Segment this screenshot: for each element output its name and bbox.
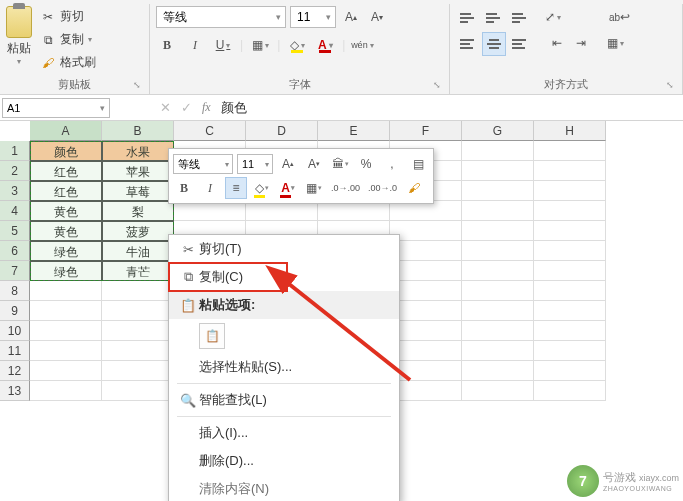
cell[interactable] (390, 241, 462, 261)
cell[interactable] (390, 341, 462, 361)
cell[interactable]: 牛油 (102, 241, 174, 261)
mini-align-center[interactable]: ≡ (225, 177, 247, 199)
cell[interactable] (462, 281, 534, 301)
cell[interactable] (390, 221, 462, 241)
align-center-button[interactable] (482, 32, 506, 56)
column-header[interactable]: E (318, 121, 390, 141)
clipboard-launcher-icon[interactable]: ⤡ (131, 80, 143, 92)
mini-border[interactable]: ▦ (303, 177, 325, 199)
menu-insert[interactable]: 插入(I)... (169, 419, 399, 447)
cell[interactable] (534, 341, 606, 361)
row-header[interactable]: 3 (0, 181, 30, 201)
cell[interactable] (462, 381, 534, 401)
cell[interactable] (246, 201, 318, 221)
cell[interactable] (462, 301, 534, 321)
row-header[interactable]: 6 (0, 241, 30, 261)
mini-italic[interactable]: I (199, 177, 221, 199)
cell[interactable] (30, 361, 102, 381)
cell[interactable] (390, 381, 462, 401)
row-header[interactable]: 1 (0, 141, 30, 161)
fx-icon[interactable]: fx (202, 100, 211, 115)
cell[interactable]: 菠萝 (102, 221, 174, 241)
cell[interactable]: 红色 (30, 181, 102, 201)
mini-conditional-format[interactable]: ▤ (407, 153, 429, 175)
underline-button[interactable]: U (212, 34, 234, 56)
border-button[interactable]: ▦ (249, 34, 271, 56)
column-header[interactable]: F (390, 121, 462, 141)
cell[interactable] (534, 381, 606, 401)
column-header[interactable]: H (534, 121, 606, 141)
column-header[interactable]: G (462, 121, 534, 141)
cell[interactable] (462, 221, 534, 241)
cell[interactable] (462, 161, 534, 181)
decrease-indent-button[interactable]: ⇤ (546, 32, 568, 54)
mini-font-color[interactable]: A (277, 177, 299, 199)
row-header[interactable]: 11 (0, 341, 30, 361)
font-size-select[interactable]: 11 (290, 6, 336, 28)
cell[interactable] (102, 281, 174, 301)
row-header[interactable]: 12 (0, 361, 30, 381)
cell[interactable] (102, 341, 174, 361)
row-header[interactable]: 4 (0, 201, 30, 221)
row-header[interactable]: 9 (0, 301, 30, 321)
cell[interactable] (102, 301, 174, 321)
column-header[interactable]: D (246, 121, 318, 141)
cell[interactable] (534, 301, 606, 321)
row-header[interactable]: 5 (0, 221, 30, 241)
mini-font-name[interactable]: 等线 (173, 154, 233, 174)
cell[interactable] (534, 241, 606, 261)
cell[interactable] (534, 221, 606, 241)
cell[interactable] (30, 321, 102, 341)
cell[interactable] (534, 141, 606, 161)
formula-content[interactable]: 颜色 (221, 99, 247, 117)
mini-decrease-font[interactable]: A▾ (303, 153, 325, 175)
align-top-button[interactable] (456, 6, 480, 30)
font-name-select[interactable]: 等线 (156, 6, 286, 28)
phonetic-button[interactable]: wén (351, 34, 373, 56)
cell[interactable] (174, 201, 246, 221)
menu-clear[interactable]: 清除内容(N) (169, 475, 399, 501)
cell[interactable]: 草莓 (102, 181, 174, 201)
cell[interactable] (462, 241, 534, 261)
italic-button[interactable]: I (184, 34, 206, 56)
mini-comma[interactable]: , (381, 153, 403, 175)
cell[interactable]: 红色 (30, 161, 102, 181)
mini-decrease-decimal[interactable]: .00→.0 (366, 177, 399, 199)
align-right-button[interactable] (508, 32, 532, 56)
row-header[interactable]: 7 (0, 261, 30, 281)
enter-formula-icon[interactable]: ✓ (181, 100, 192, 115)
cell[interactable]: 苹果 (102, 161, 174, 181)
alignment-launcher-icon[interactable]: ⤡ (664, 80, 676, 92)
cell[interactable] (462, 181, 534, 201)
cell[interactable]: 水果 (102, 141, 174, 161)
row-header[interactable]: 13 (0, 381, 30, 401)
menu-smart-lookup[interactable]: 🔍 智能查找(L) (169, 386, 399, 414)
merge-button[interactable]: ▦ (604, 32, 626, 54)
menu-copy[interactable]: ⧉ 复制(C) (169, 263, 399, 291)
cell[interactable] (30, 341, 102, 361)
cell[interactable] (534, 181, 606, 201)
cancel-formula-icon[interactable]: ✕ (160, 100, 171, 115)
cell[interactable] (390, 301, 462, 321)
format-painter-button[interactable]: 🖌 格式刷 (36, 52, 100, 73)
mini-format-painter[interactable]: 🖌 (403, 177, 425, 199)
cell[interactable] (462, 141, 534, 161)
mini-bold[interactable]: B (173, 177, 195, 199)
name-box[interactable]: A1 (2, 98, 110, 118)
row-header[interactable]: 2 (0, 161, 30, 181)
cell[interactable]: 梨 (102, 201, 174, 221)
copy-button[interactable]: ⧉ 复制 ▾ (36, 29, 100, 50)
menu-paste-special[interactable]: 选择性粘贴(S)... (169, 353, 399, 381)
column-header[interactable]: A (30, 121, 102, 141)
cell[interactable] (390, 361, 462, 381)
cell[interactable]: 绿色 (30, 241, 102, 261)
cell[interactable] (534, 281, 606, 301)
cell[interactable] (462, 321, 534, 341)
increase-font-button[interactable]: A▴ (340, 6, 362, 28)
bold-button[interactable]: B (156, 34, 178, 56)
mini-percent[interactable]: % (355, 153, 377, 175)
cell[interactable] (30, 381, 102, 401)
cell[interactable] (462, 201, 534, 221)
cell[interactable]: 绿色 (30, 261, 102, 281)
mini-font-size[interactable]: 11 (237, 154, 273, 174)
